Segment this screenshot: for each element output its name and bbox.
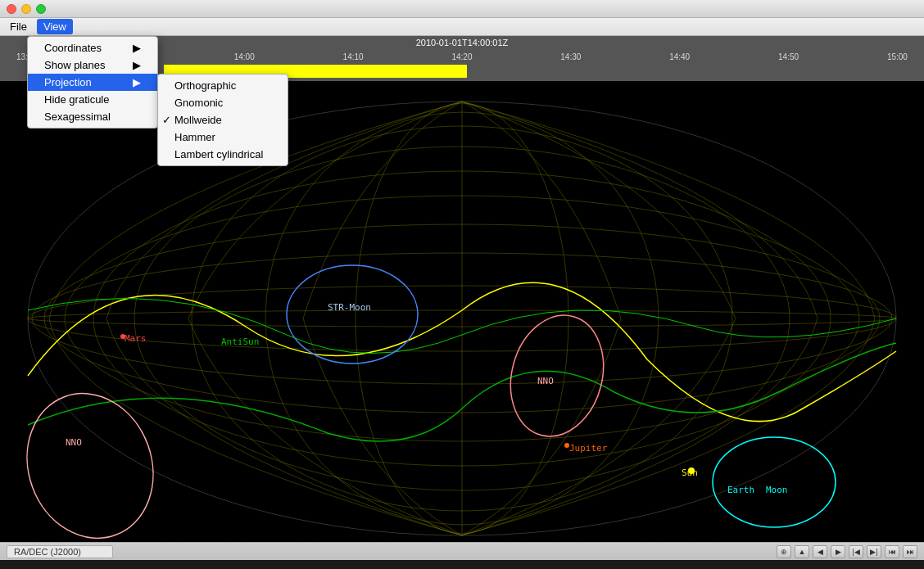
proj-orthographic[interactable]: Orthographic — [158, 77, 288, 94]
minimize-button[interactable] — [21, 4, 31, 14]
submenu-arrow: ▶ — [133, 76, 141, 88]
tick-1400: 14:00 — [234, 52, 255, 61]
view-dropdown: Coordinates ▶ Show planes ▶ Projection ▶… — [27, 36, 158, 129]
statusbar: RA/DEC (J2000) ⊕ ▲ ◀ ▶ |◀ ▶| ⏮ ⏭ — [0, 542, 924, 560]
menu-show-planes[interactable]: Show planes ▶ — [28, 56, 157, 74]
menubar: File View — [0, 18, 924, 36]
coordinate-display: RA/DEC (J2000) — [7, 545, 113, 558]
rewind-button[interactable]: ⏮ — [885, 545, 899, 558]
menu-view[interactable]: View — [37, 19, 73, 34]
tick-1500: 15:00 — [887, 52, 908, 61]
next-button[interactable]: ▶ — [831, 545, 845, 558]
crosshair-button[interactable]: ⊕ — [777, 545, 791, 558]
skip-end-button[interactable]: ▶| — [867, 545, 881, 558]
submenu-arrow: ▶ — [133, 42, 141, 54]
svg-text:NNO: NNO — [537, 376, 554, 386]
view-menu: Coordinates ▶ Show planes ▶ Projection ▶… — [27, 36, 158, 129]
svg-text:Jupiter: Jupiter — [569, 443, 608, 454]
projection-submenu: Orthographic Gnomonic ✓ Mollweide Hammer… — [157, 74, 288, 166]
proj-mollweide[interactable]: ✓ Mollweide — [158, 111, 288, 129]
tick-1420: 14:20 — [451, 52, 472, 61]
svg-text:NNO: NNO — [66, 437, 82, 448]
proj-gnomonic[interactable]: Gnomonic — [158, 94, 288, 111]
submenu-arrow: ▶ — [133, 59, 141, 71]
menu-coordinates[interactable]: Coordinates ▶ — [28, 39, 157, 56]
fastforward-button[interactable]: ⏭ — [903, 545, 917, 558]
svg-text:Moon: Moon — [766, 485, 788, 495]
menu-hide-graticule[interactable]: Hide graticule — [28, 91, 157, 108]
menu-projection[interactable]: Projection ▶ Orthographic Gnomonic ✓ Mol… — [28, 74, 157, 91]
skip-start-button[interactable]: |◀ — [849, 545, 863, 558]
playback-controls: ⊕ ▲ ◀ ▶ |◀ ▶| ⏮ ⏭ — [777, 545, 917, 558]
menu-file[interactable]: File — [3, 19, 34, 34]
svg-point-27 — [564, 443, 569, 448]
viewport[interactable]: Mars AntiSun STR-Moon NNO NNO Jupiter Su… — [0, 81, 924, 542]
svg-text:Earth: Earth — [727, 485, 754, 495]
prev-button[interactable]: ◀ — [813, 545, 827, 558]
sky-projection: Mars AntiSun STR-Moon NNO NNO Jupiter Su… — [0, 81, 924, 542]
svg-point-28 — [688, 467, 695, 474]
tick-1410: 14:10 — [343, 52, 364, 61]
svg-point-26 — [120, 334, 125, 339]
svg-text:AntiSun: AntiSun — [221, 336, 259, 347]
svg-text:STR-Moon: STR-Moon — [328, 302, 371, 313]
tick-1430: 14:30 — [560, 52, 581, 61]
maximize-button[interactable] — [36, 4, 46, 14]
tick-1450: 14:50 — [778, 52, 799, 61]
svg-text:Mars: Mars — [125, 333, 147, 344]
proj-hammer[interactable]: Hammer — [158, 129, 288, 146]
menu-sexagessimal[interactable]: Sexagessimal — [28, 108, 157, 125]
close-button[interactable] — [7, 4, 16, 14]
tick-1440: 14:40 — [669, 52, 690, 61]
up-button[interactable]: ▲ — [795, 545, 809, 558]
check-icon: ✓ — [162, 114, 171, 126]
proj-lambert[interactable]: Lambert cylindrical — [158, 146, 288, 163]
titlebar — [0, 0, 924, 18]
